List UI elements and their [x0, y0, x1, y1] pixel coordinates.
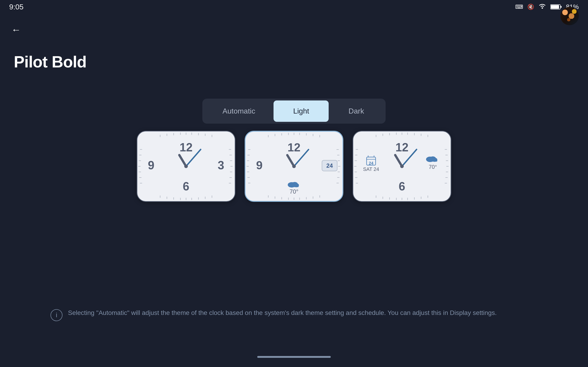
- info-section: i Selecting "Automatic" will adjust the …: [51, 308, 537, 321]
- svg-rect-84: [289, 185, 299, 187]
- clock-previews: 12 3 6 9: [137, 131, 451, 202]
- clock-basic[interactable]: 12 3 6 9: [137, 131, 235, 202]
- svg-text:9: 9: [148, 159, 154, 172]
- svg-point-43: [184, 165, 188, 168]
- svg-rect-133: [427, 160, 437, 162]
- back-arrow-icon: ←: [11, 24, 21, 35]
- clock-full-face: 12 6 24 SAT 24 70°: [353, 131, 451, 201]
- theme-selector: Automatic Light Dark: [202, 99, 386, 124]
- status-time: 9:05: [9, 3, 23, 11]
- avatar[interactable]: [561, 7, 579, 25]
- svg-point-0: [542, 7, 543, 9]
- clock-basic-face: 12 3 6 9: [137, 131, 235, 201]
- back-button[interactable]: ←: [9, 23, 23, 37]
- svg-text:70°: 70°: [290, 188, 298, 195]
- svg-text:9: 9: [256, 159, 262, 172]
- info-icon: i: [51, 309, 62, 321]
- svg-text:6: 6: [183, 180, 189, 193]
- clock-weather-face: 12 9 24 70°: [246, 132, 342, 201]
- tab-dark[interactable]: Dark: [329, 100, 384, 122]
- svg-point-88: [292, 165, 296, 168]
- svg-text:12: 12: [180, 141, 193, 154]
- svg-text:12: 12: [396, 141, 409, 154]
- info-text: Selecting "Automatic" will adjust the th…: [68, 308, 497, 317]
- mute-icon: 🔇: [527, 4, 534, 10]
- battery-icon: [550, 4, 562, 10]
- svg-text:SAT 24: SAT 24: [363, 166, 379, 172]
- svg-point-137: [400, 165, 404, 168]
- clock-weather[interactable]: 12 9 24 70°: [245, 131, 343, 202]
- svg-rect-2: [561, 6, 562, 8]
- tab-light[interactable]: Light: [274, 100, 329, 122]
- svg-text:24: 24: [326, 162, 333, 169]
- svg-text:3: 3: [218, 159, 224, 172]
- svg-text:70°: 70°: [429, 164, 437, 170]
- svg-rect-3: [551, 5, 559, 9]
- wifi-icon: [538, 3, 546, 11]
- svg-text:24: 24: [369, 161, 373, 166]
- status-bar: 9:05 ⌨ 🔇 81%: [0, 0, 588, 14]
- info-symbol: i: [56, 311, 57, 319]
- clock-full[interactable]: 12 6 24 SAT 24 70°: [353, 131, 451, 202]
- svg-text:12: 12: [288, 141, 300, 154]
- bottom-nav-bar: [257, 356, 331, 358]
- tab-automatic[interactable]: Automatic: [204, 100, 274, 122]
- keyboard-icon: ⌨: [515, 4, 523, 10]
- page-title: Pilot Bold: [14, 53, 86, 71]
- svg-text:6: 6: [399, 180, 405, 193]
